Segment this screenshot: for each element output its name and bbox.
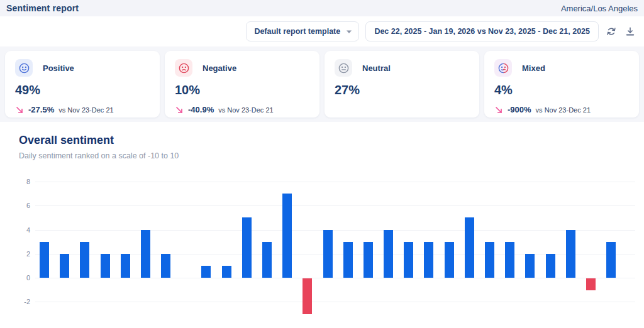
sentiment-bar[interactable] [525,254,535,278]
sentiment-bar[interactable] [445,242,454,278]
smile-face-icon [15,59,33,77]
sentiment-bar[interactable] [101,254,110,278]
sentiment-bar[interactable] [384,230,393,278]
trend-down-arrow-icon [175,106,184,114]
sentiment-bar[interactable] [465,217,474,278]
card-positive: Positive 49% -27.5% vs Nov 23-Dec 21 [5,51,160,118]
sentiment-bar[interactable] [424,242,433,278]
sentiment-bar[interactable] [242,217,252,278]
y-axis-tick-label: 0 [5,274,30,282]
gridline [35,230,635,231]
card-label: Negative [203,63,236,73]
delta-comparison-label: vs Nov 23-Dec 21 [58,106,113,114]
sentiment-bar[interactable] [404,242,413,278]
refresh-icon[interactable] [605,25,618,38]
gridline [35,302,635,302]
delta-value: -27.5% [28,105,54,114]
gridline [35,278,635,278]
neutral-face-icon [335,59,352,77]
sentiment-bar[interactable] [141,230,150,278]
sentiment-bar[interactable] [60,254,69,278]
sentiment-bar[interactable] [161,254,170,278]
delta-value: -40.9% [188,105,214,114]
date-range-value: Dec 22, 2025 - Jan 19, 2026 vs Nov 23, 2… [374,27,590,36]
y-axis-tick-label: -2 [5,298,30,305]
report-toolbar: Default report template Dec 22, 2025 - J… [0,16,644,46]
gridline [35,205,635,206]
timezone-label[interactable]: America/Los Angeles [561,4,638,13]
sentiment-bar[interactable] [546,254,555,278]
sentiment-bar[interactable] [282,194,292,278]
sentiment-bar[interactable] [262,242,272,278]
card-mixed: Mixed 4% -900% vs Nov 23-Dec 21 [484,51,639,118]
card-negative: Negative 10% -40.9% vs Nov 23-Dec 21 [165,51,319,118]
kpi-cards-row: Positive 49% -27.5% vs Nov 23-Dec 21 Neg… [0,46,644,122]
y-axis-tick-label: 8 [5,178,30,185]
sentiment-bar[interactable] [566,230,575,278]
sentiment-bar[interactable] [505,242,514,278]
chart-subtitle: Daily sentiment ranked on a scale of -10… [19,151,644,160]
sentiment-bar[interactable] [364,242,373,278]
card-label: Positive [43,63,74,73]
sentiment-bar[interactable] [40,242,49,278]
sentiment-bar[interactable] [303,278,312,314]
sentiment-bar[interactable] [343,242,353,278]
app-header: Sentiment report America/Los Angeles [0,0,644,16]
card-value: 49% [15,83,150,97]
delta-comparison-label: vs Nov 23-Dec 21 [218,106,273,114]
card-label: Mixed [522,63,545,73]
chevron-down-icon [346,30,352,34]
sentiment-bar[interactable] [201,266,211,278]
delta-value: -900% [508,105,531,114]
chart-title: Overall sentiment [19,134,644,147]
sentiment-chart: 86420-2 [0,169,644,328]
report-template-select[interactable]: Default report template [246,21,359,41]
sentiment-bar[interactable] [323,230,333,278]
sentiment-bar[interactable] [586,278,596,290]
y-axis-tick-label: 4 [5,226,30,234]
trend-down-arrow-icon [494,106,503,114]
date-range-picker[interactable]: Dec 22, 2025 - Jan 19, 2026 vs Nov 23, 2… [365,21,599,41]
sentiment-bar[interactable] [80,242,89,278]
sentiment-bar[interactable] [222,266,231,278]
card-value: 27% [335,83,469,97]
y-axis-tick-label: 2 [5,250,30,258]
card-value: 10% [175,83,309,97]
overall-sentiment-section: Overall sentiment Daily sentiment ranked… [0,122,644,328]
download-icon[interactable] [624,25,636,38]
sentiment-bar[interactable] [485,242,494,278]
delta-comparison-label: vs Nov 23-Dec 21 [536,106,591,114]
report-template-value: Default report template [254,27,340,36]
mixed-face-icon [494,59,512,77]
sad-face-icon [175,59,192,77]
card-value: 4% [494,83,629,97]
y-axis-tick-label: 6 [5,202,30,209]
trend-down-arrow-icon [15,106,24,114]
gridline [35,182,635,182]
sentiment-bar[interactable] [606,242,616,278]
card-label: Neutral [362,63,391,73]
page-title: Sentiment report [6,3,79,13]
card-neutral: Neutral 27% [325,51,479,118]
sentiment-bar[interactable] [121,254,130,278]
